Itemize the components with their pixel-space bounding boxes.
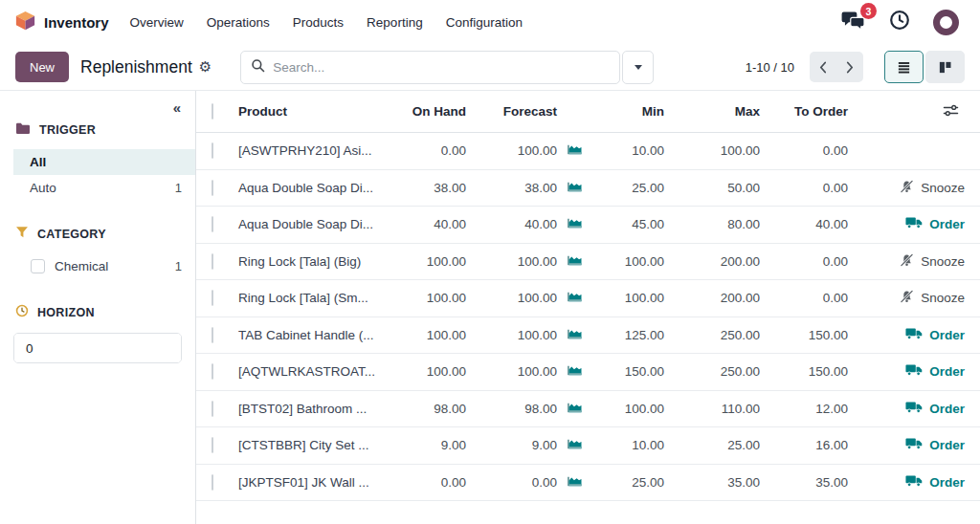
kanban-view-button[interactable] — [925, 51, 965, 83]
category-checkbox[interactable] — [31, 259, 45, 273]
order-button[interactable]: Order — [905, 327, 965, 343]
forecast-cell[interactable]: 100.00 — [470, 291, 561, 305]
to-order-cell[interactable]: 40.00 — [764, 217, 852, 231]
forecast-chart-icon[interactable] — [567, 401, 583, 417]
new-button[interactable]: New — [15, 52, 69, 82]
forecast-cell[interactable]: 100.00 — [470, 143, 561, 158]
table-row[interactable]: TAB Cabinet Handle (... 100.00 100.00 12… — [196, 317, 980, 355]
forecast-cell[interactable]: 100.00 — [470, 364, 561, 379]
order-button[interactable]: Order — [905, 363, 965, 380]
col-on-hand[interactable]: On Hand — [405, 104, 470, 119]
forecast-cell[interactable]: 38.00 — [470, 181, 561, 195]
menu-configuration[interactable]: Configuration — [446, 15, 523, 30]
order-button[interactable]: Order — [905, 474, 965, 491]
column-options-icon[interactable] — [943, 103, 959, 120]
product-cell[interactable]: Aqua Double Soap Di... — [234, 217, 405, 231]
min-cell[interactable]: 100.00 — [586, 402, 668, 416]
on-hand-cell[interactable]: 0.00 — [405, 143, 470, 158]
horizon-days-input[interactable] — [14, 334, 182, 362]
product-cell[interactable]: [JKPTSF01] JK Wall ... — [234, 475, 405, 490]
filter-trigger-all[interactable]: All — [13, 149, 195, 175]
snooze-button[interactable]: Snooze — [900, 290, 965, 306]
forecast-chart-icon[interactable] — [567, 437, 583, 453]
col-min[interactable]: Min — [586, 104, 668, 119]
to-order-cell[interactable]: 150.00 — [764, 328, 852, 342]
product-cell[interactable]: [BTST02] Bathroom ... — [234, 402, 405, 416]
product-cell[interactable]: [CTSTBBR] City Set ... — [234, 438, 405, 452]
on-hand-cell[interactable]: 0.00 — [405, 475, 470, 490]
table-row[interactable]: [BTST02] Bathroom ... 98.00 98.00 100.00… — [196, 391, 980, 428]
snooze-button[interactable]: Snooze — [900, 253, 965, 270]
order-button[interactable]: Order — [905, 437, 965, 453]
row-checkbox[interactable] — [212, 290, 213, 306]
max-cell[interactable]: 50.00 — [668, 181, 764, 195]
sidebar-collapse-button[interactable]: « — [173, 99, 181, 116]
row-checkbox[interactable] — [212, 327, 213, 343]
min-cell[interactable]: 125.00 — [586, 328, 668, 342]
menu-products[interactable]: Products — [293, 15, 344, 30]
forecast-cell[interactable]: 98.00 — [470, 402, 561, 416]
min-cell[interactable]: 10.00 — [586, 438, 668, 452]
product-cell[interactable]: TAB Cabinet Handle (... — [234, 328, 405, 342]
forecast-cell[interactable]: 100.00 — [470, 254, 561, 269]
forecast-chart-icon[interactable] — [567, 216, 583, 232]
menu-overview[interactable]: Overview — [130, 15, 184, 30]
row-checkbox[interactable] — [212, 437, 213, 453]
min-cell[interactable]: 100.00 — [586, 254, 668, 269]
on-hand-cell[interactable]: 100.00 — [405, 328, 470, 342]
forecast-cell[interactable]: 40.00 — [470, 217, 561, 231]
user-avatar[interactable] — [933, 10, 959, 35]
list-view-button[interactable] — [884, 51, 924, 83]
forecast-cell[interactable]: 100.00 — [470, 328, 561, 342]
row-checkbox[interactable] — [212, 216, 213, 232]
filter-category-chemical[interactable]: Chemical 1 — [13, 253, 195, 279]
app-switcher[interactable]: Inventory — [15, 11, 109, 34]
order-button[interactable]: Order — [905, 216, 965, 232]
forecast-chart-icon[interactable] — [567, 474, 583, 491]
forecast-chart-icon[interactable] — [567, 180, 583, 196]
max-cell[interactable]: 200.00 — [668, 291, 764, 305]
to-order-cell[interactable]: 150.00 — [764, 364, 852, 379]
table-row[interactable]: Aqua Double Soap Di... 40.00 40.00 45.00… — [196, 207, 980, 244]
row-checkbox[interactable] — [212, 180, 213, 196]
max-cell[interactable]: 35.00 — [668, 475, 764, 490]
search-options-toggle[interactable] — [622, 51, 654, 84]
row-checkbox[interactable] — [212, 142, 213, 159]
to-order-cell[interactable]: 35.00 — [764, 475, 852, 490]
order-button[interactable]: Order — [905, 401, 965, 417]
product-cell[interactable]: [ASWTPRHY210] Asi... — [234, 143, 405, 158]
gear-icon[interactable]: ⚙ — [199, 58, 212, 76]
table-row[interactable]: [JKPTSF01] JK Wall ... 0.00 0.00 25.00 3… — [196, 465, 980, 502]
on-hand-cell[interactable]: 9.00 — [405, 438, 470, 452]
max-cell[interactable]: 100.00 — [668, 143, 764, 158]
max-cell[interactable]: 25.00 — [668, 438, 764, 452]
max-cell[interactable]: 250.00 — [668, 364, 764, 379]
select-all-checkbox[interactable] — [212, 103, 213, 120]
min-cell[interactable]: 10.00 — [586, 143, 668, 158]
to-order-cell[interactable]: 0.00 — [764, 291, 852, 305]
forecast-chart-icon[interactable] — [567, 363, 583, 380]
table-row[interactable]: Ring Lock [Tala] (Sm... 100.00 100.00 10… — [196, 280, 980, 317]
row-checkbox[interactable] — [212, 401, 213, 417]
product-cell[interactable]: [AQTWLRKASTROAT... — [234, 364, 405, 379]
col-forecast[interactable]: Forecast — [470, 104, 561, 119]
row-checkbox[interactable] — [212, 474, 213, 491]
activities-button[interactable] — [889, 10, 910, 34]
to-order-cell[interactable]: 0.00 — [764, 181, 852, 195]
product-cell[interactable]: Ring Lock [Tala] (Big) — [234, 254, 405, 269]
max-cell[interactable]: 110.00 — [668, 402, 764, 416]
on-hand-cell[interactable]: 100.00 — [405, 291, 470, 305]
max-cell[interactable]: 200.00 — [668, 254, 764, 269]
min-cell[interactable]: 45.00 — [586, 217, 668, 231]
max-cell[interactable]: 250.00 — [668, 328, 764, 342]
search-input[interactable] — [273, 60, 610, 75]
forecast-cell[interactable]: 9.00 — [470, 438, 561, 452]
forecast-chart-icon[interactable] — [567, 290, 583, 306]
table-row[interactable]: [ASWTPRHY210] Asi... 0.00 100.00 10.00 1… — [196, 133, 980, 170]
row-checkbox[interactable] — [212, 363, 213, 380]
row-checkbox[interactable] — [212, 253, 213, 270]
table-row[interactable]: [AQTWLRKASTROAT... 100.00 100.00 150.00 … — [196, 354, 980, 391]
pager-previous-button[interactable] — [810, 52, 836, 82]
menu-reporting[interactable]: Reporting — [367, 15, 423, 30]
forecast-chart-icon[interactable] — [567, 253, 583, 270]
